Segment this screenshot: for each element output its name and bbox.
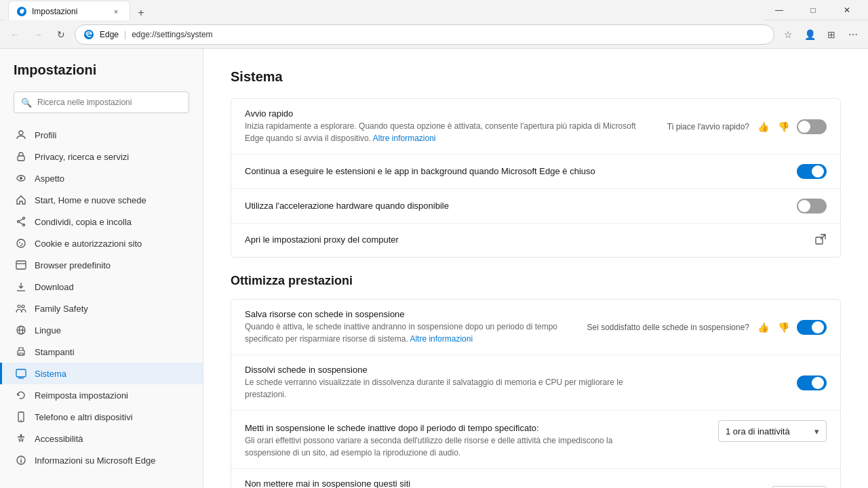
prestazioni-card: Salva risorse con schede in sospensione … [231,299,841,488]
avvio-rapido-left: Avvio rapido Inizia rapidamente a esplor… [245,108,667,144]
external-link-icon[interactable] [814,233,827,247]
forward-button[interactable]: → [28,25,47,44]
avvio-rapido-toggle[interactable] [797,119,827,134]
proxy-row: Apri le impostazioni proxy del computer [231,224,840,257]
close-button[interactable]: ✕ [831,0,863,20]
salva-risorse-desc: Quando è attiva, le schede inattive andr… [245,321,587,345]
sidebar-item-download[interactable]: Download [0,276,203,298]
sidebar-item-profili[interactable]: Profili [0,124,203,146]
prestazioni-section-title: Ottimizza prestazioni [231,274,841,288]
sidebar-item-condividi[interactable]: Condividi, copia e incolla [0,211,203,232]
refresh-button[interactable]: ↻ [52,25,71,44]
svg-rect-24 [19,353,23,355]
hardware-left: Utilizza l'accelerazione hardware quando… [245,201,797,212]
avvio-feedback-label: Ti piace l'avvio rapido? [667,122,749,131]
sospensione-desc: Gli orari effettivi possono variare a se… [245,434,652,459]
hardware-toggle[interactable] [797,199,827,214]
browser-content: Impostazioni 🔍 Profili Privacy, ricerca … [0,49,868,488]
salva-risorse-link[interactable]: Altre informazioni [410,334,473,344]
sidebar-item-stampanti[interactable]: Stampanti [0,341,203,363]
svg-point-18 [18,305,20,308]
search-icon: 🔍 [21,98,32,108]
sidebar-item-label: Privacy, ricerca e servizi [35,152,129,162]
language-icon [16,325,26,336]
sospensione-dropdown[interactable]: 1 ora di inattività ▾ [718,420,827,442]
sidebar-item-label: Aspetto [35,174,64,184]
sidebar-item-start[interactable]: Start, Home e nuove schede [0,189,203,211]
avvio-rapido-link[interactable]: Altre informazioni [373,134,436,143]
sidebar-item-cookie[interactable]: Cookie e autorizzazioni sito [0,232,203,254]
address-bar[interactable]: Edge | edge://settings/system [75,24,774,45]
dissolvi-toggle[interactable] [797,375,827,390]
sidebar-item-label: Telefono e altri dispositivi [35,412,133,422]
dissolvi-title: Dissolvi schede in sospensione [245,365,797,375]
edge-logo-icon [83,29,94,40]
sidebar-item-lingue[interactable]: Lingue [0,319,203,341]
no-sospensione-right: Aggiungi [772,486,827,489]
svg-point-29 [20,434,22,436]
hardware-right [797,199,827,214]
sidebar-item-label: Cookie e autorizzazioni sito [35,239,142,249]
sidebar-item-label: Sistema [35,369,66,379]
settings-more-button[interactable]: ⋯ [844,25,863,44]
salva-risorse-right: Sei soddisfatto delle schede in sospensi… [587,320,827,335]
sidebar-item-browser[interactable]: Browser predefinito [0,254,203,276]
salva-risorse-left: Salva risorse con schede in sospensione … [245,309,587,345]
no-sospensione-header: Non mettere mai in sospensione questi si… [245,479,827,488]
sidebar-item-telefono[interactable]: Telefono e altri dispositivi [0,406,203,428]
svg-point-32 [20,458,22,459]
browser-icon [16,260,26,270]
sidebar-item-sistema[interactable]: Sistema [0,363,203,384]
lock-icon [16,151,26,162]
address-brand: Edge [100,30,119,39]
minimize-button[interactable]: — [764,0,795,20]
sidebar-item-aspetto[interactable]: Aspetto [0,167,203,189]
background-title: Continua a eseguire le estensioni e le a… [245,166,797,176]
avvio-thumbs-down[interactable]: 👎 [776,120,790,134]
search-input[interactable] [37,98,182,107]
salva-risorse-row: Salva risorse con schede in sospensione … [231,300,840,355]
salva-thumbs-down[interactable]: 👎 [776,321,790,334]
search-box[interactable]: 🔍 [14,92,189,113]
sidebar-item-family[interactable]: Family Safety [0,298,203,319]
sidebar-item-accessibilita[interactable]: Accessibilità [0,428,203,449]
salva-thumbs-up[interactable]: 👍 [756,321,770,334]
sospensione-row: Metti in sospensione le schede inattive … [231,411,840,469]
system-icon [16,368,26,379]
nav-action-buttons: ☆ 👤 ⊞ ⋯ [778,25,863,44]
active-tab[interactable]: Impostazioni × [8,1,130,22]
svg-point-1 [84,30,94,39]
sidebar-item-privacy[interactable]: Privacy, ricerca e servizi [0,146,203,167]
proxy-left: Apri le impostazioni proxy del computer [245,235,814,246]
cookie-icon [16,238,26,249]
sospensione-left: Metti in sospensione le schede inattive … [245,420,718,459]
sistema-section-title: Sistema [231,69,841,85]
avvio-thumbs-up[interactable]: 👍 [756,120,770,134]
sidebar-item-label: Lingue [35,325,61,336]
info-icon [16,455,26,466]
salva-risorse-toggle[interactable] [797,320,827,335]
background-right [797,164,827,179]
profile-button[interactable]: 👤 [800,25,819,44]
nav-bar: ← → ↻ Edge | edge://settings/system ☆ 👤 … [0,20,868,49]
background-toggle[interactable] [797,164,827,179]
svg-rect-3 [18,156,24,161]
svg-point-7 [23,224,25,226]
favorites-button[interactable]: ☆ [778,25,797,44]
sidebar-item-reimposta[interactable]: Reimposta impostazioni [0,384,203,406]
aggiungi-button[interactable]: Aggiungi [772,486,827,489]
sidebar-title: Impostazioni [0,62,203,92]
svg-point-12 [19,242,20,243]
sidebar-item-info[interactable]: Informazioni su Microsoft Edge [0,449,203,471]
tab-close-button[interactable]: × [111,6,121,17]
sidebar-item-label: Download [35,282,74,292]
new-tab-button[interactable]: + [130,3,152,22]
phone-icon [16,411,26,422]
avvio-rapido-row: Avvio rapido Inizia rapidamente a esplor… [231,99,840,155]
salva-risorse-title: Salva risorse con schede in sospensione [245,309,587,319]
maximize-button[interactable]: □ [797,0,829,20]
back-button[interactable]: ← [5,25,24,44]
collections-button[interactable]: ⊞ [822,25,841,44]
proxy-right [814,233,827,247]
svg-point-8 [18,221,20,223]
